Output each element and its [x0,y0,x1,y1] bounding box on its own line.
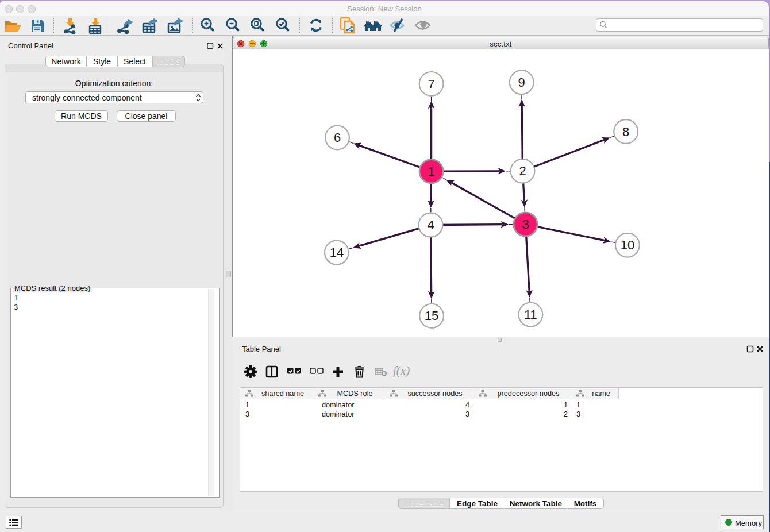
svg-text:7: 7 [428,77,434,91]
svg-text:14: 14 [330,245,344,260]
svg-text:3: 3 [522,217,529,232]
svg-text:4: 4 [427,218,434,232]
svg-text:2: 2 [519,164,526,178]
svg-text:11: 11 [524,307,537,322]
svg-text:8: 8 [622,125,629,139]
svg-text:15: 15 [425,309,438,323]
svg-text:6: 6 [334,130,341,145]
svg-text:10: 10 [621,238,634,252]
svg-text:9: 9 [518,75,525,90]
svg-text:1: 1 [428,164,434,179]
